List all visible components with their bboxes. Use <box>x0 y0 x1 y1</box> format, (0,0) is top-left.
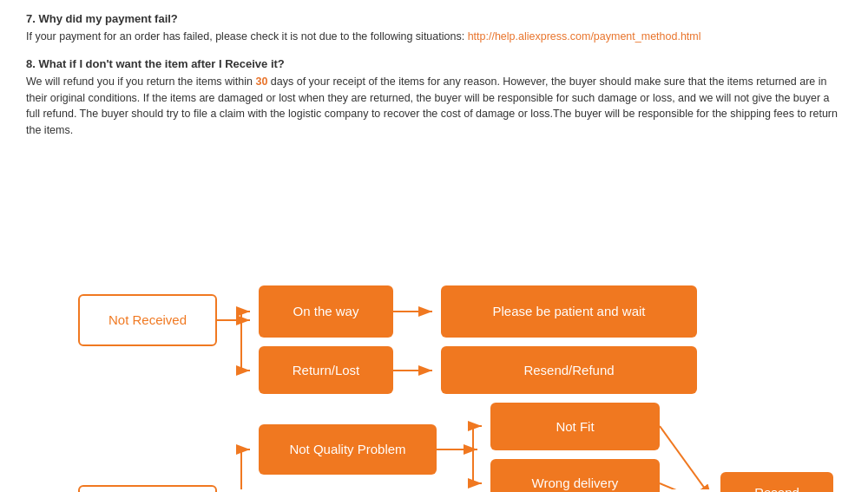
svg-line-19 <box>660 426 712 489</box>
box-on-the-way: On the way <box>259 285 393 338</box>
box-not-quality-problem: Not Quality Problem <box>259 424 437 475</box>
box-please-patient: Please be patient and wait <box>441 285 697 338</box>
svg-line-20 <box>660 483 712 489</box>
payment-link[interactable]: http://help.aliexpress.com/payment_metho… <box>468 30 701 43</box>
box-return-lost: Return/Lost <box>259 346 393 394</box>
section-8-title: 8. What if I don't want the item after I… <box>26 57 842 70</box>
box-resend-discount: Resend Refund Discount <box>720 472 833 492</box>
section-8-highlight: 30 <box>255 75 267 88</box>
section-8-body: We will refund you if you return the ite… <box>26 74 842 139</box>
section-7-body: If your payment for an order has failed,… <box>26 29 842 45</box>
box-resend-refund-top: Resend/Refund <box>441 346 697 394</box>
section-7-title: 7. Why did my payment fail? <box>26 12 842 25</box>
box-wrong-delivery: Wrong delivery <box>490 459 660 492</box>
box-not-received: Not Received <box>78 294 217 346</box>
page: 7. Why did my payment fail? If your paym… <box>0 0 868 492</box>
box-received: Received <box>78 485 217 492</box>
section-7-text: If your payment for an order has failed,… <box>26 30 464 43</box>
flowchart: Not Received On the way Please be patien… <box>26 151 859 489</box>
box-not-fit: Not Fit <box>490 403 660 450</box>
section-8-text-before: We will refund you if you return the ite… <box>26 75 255 88</box>
